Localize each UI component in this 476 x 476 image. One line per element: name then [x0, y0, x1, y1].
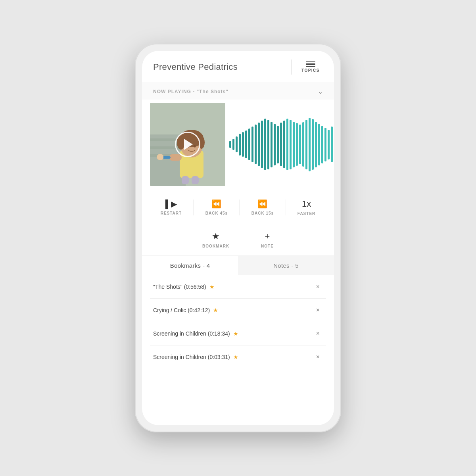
- play-button[interactable]: [175, 132, 200, 157]
- playback-controls: ▌▶ RESTART ⏪ BACK 45s ⏪ BACK 15s 1x FAST…: [142, 192, 334, 224]
- waveform-bar: [229, 141, 231, 148]
- waveform-bar: [283, 121, 285, 168]
- back15-button[interactable]: ⏪ BACK 15s: [248, 198, 277, 217]
- tab-bookmarks-label: Bookmarks - 4: [170, 262, 210, 269]
- back45-label: BACK 45s: [205, 211, 228, 215]
- restart-label: RESTART: [161, 211, 182, 215]
- waveform-bar: [324, 128, 326, 161]
- album-art: [150, 103, 225, 186]
- bookmark-title[interactable]: Screening in Children (0:03:31) ★: [153, 354, 238, 360]
- note-button[interactable]: + NOTE: [261, 231, 274, 248]
- waveform-bar: [286, 119, 288, 170]
- waveform-bar: [248, 129, 250, 160]
- waveform-bar: [261, 121, 263, 168]
- restart-button[interactable]: ▌▶ RESTART: [157, 198, 185, 217]
- note-label: NOTE: [261, 244, 274, 248]
- svg-rect-15: [157, 154, 163, 160]
- bookmark-button[interactable]: ★ BOOKMARK: [202, 231, 229, 248]
- bookmark-delete-button[interactable]: ×: [313, 352, 323, 362]
- waveform-bar: [280, 123, 282, 166]
- restart-icon: ▌▶: [165, 199, 177, 209]
- bookmark-star: ★: [209, 284, 215, 290]
- topics-button[interactable]: TOPICS: [298, 60, 323, 75]
- content-tabs: Bookmarks - 4 Notes - 5: [142, 256, 334, 275]
- waveform-bar: [274, 124, 276, 165]
- waveform-bar: [331, 127, 333, 162]
- now-playing-bar: NOW PLAYING - "The Shots" ⌄: [142, 82, 334, 100]
- note-plus-icon: +: [265, 231, 270, 242]
- bookmark-delete-button[interactable]: ×: [313, 282, 323, 292]
- bookmark-star: ★: [213, 307, 218, 313]
- waveform-bar: [232, 139, 234, 150]
- bookmark-title[interactable]: Screening in Children (0:18:34) ★: [153, 330, 238, 337]
- speed-button[interactable]: 1x FASTER: [294, 197, 319, 217]
- divider-3: [286, 200, 286, 215]
- waveform-bar: [236, 136, 238, 152]
- now-playing-text: NOW PLAYING - "The Shots": [153, 89, 228, 94]
- speed-value: 1x: [302, 199, 311, 209]
- waveform-bar: [239, 134, 241, 155]
- waveform-bar: [251, 127, 253, 162]
- waveform-bar: [245, 131, 247, 158]
- waveform-bar: [296, 123, 298, 166]
- waveform-bar: [321, 126, 323, 163]
- waveform-bar: [309, 118, 311, 171]
- waveform-bar: [299, 125, 301, 164]
- waveform-bar: [242, 132, 244, 157]
- waveform-bar: [264, 119, 266, 170]
- app-header: Preventive Pediatrics TOPICS: [142, 51, 334, 82]
- bookmark-item: Screening in Children (0:03:31) ★×: [150, 345, 326, 369]
- app-title: Preventive Pediatrics: [153, 62, 238, 72]
- bookmark-label: BOOKMARK: [202, 244, 229, 248]
- player-area: [142, 100, 334, 192]
- back45-button[interactable]: ⏪ BACK 45s: [202, 198, 231, 217]
- waveform-bar: [293, 122, 295, 167]
- back15-label: BACK 15s: [251, 211, 274, 215]
- audio-waveform: [225, 103, 334, 186]
- bookmark-title[interactable]: Crying / Colic (0:42:12) ★: [153, 307, 218, 313]
- topics-label: TOPICS: [301, 68, 320, 73]
- bookmark-delete-button[interactable]: ×: [313, 305, 323, 315]
- waveform-bar: [277, 126, 279, 163]
- bookmark-item: Screening in Children (0:18:34) ★×: [150, 322, 326, 345]
- header-right: TOPICS: [285, 60, 323, 75]
- chevron-down-icon[interactable]: ⌄: [318, 88, 323, 95]
- back15-icon: ⏪: [257, 199, 267, 209]
- back45-icon: ⏪: [211, 199, 221, 209]
- waveform-bar: [312, 119, 314, 170]
- waveform-bar: [328, 130, 330, 159]
- play-icon: [184, 139, 193, 150]
- tab-notes[interactable]: Notes - 5: [238, 256, 334, 275]
- waveform-bar: [290, 120, 292, 169]
- hamburger-icon: [306, 61, 315, 67]
- bookmark-item: "The Shots" (0:56:58) ★×: [150, 275, 326, 299]
- phone-frame: Preventive Pediatrics TOPICS NOW PLAYING…: [135, 44, 341, 432]
- waveform-bar: [258, 123, 260, 166]
- phone-screen: Preventive Pediatrics TOPICS NOW PLAYING…: [142, 51, 334, 425]
- bookmark-delete-button[interactable]: ×: [313, 328, 323, 339]
- header-divider: [292, 60, 292, 75]
- svg-rect-17: [192, 176, 199, 184]
- waveform-bar: [255, 125, 257, 164]
- waveform-bar: [318, 124, 320, 165]
- bookmark-star: ★: [233, 330, 238, 337]
- bookmark-star-icon: ★: [212, 231, 220, 242]
- waveform-bar: [315, 122, 317, 167]
- bookmark-item: Crying / Colic (0:42:12) ★×: [150, 299, 326, 322]
- divider-2: [239, 200, 240, 215]
- speed-label: FASTER: [298, 211, 315, 216]
- bookmark-title[interactable]: "The Shots" (0:56:58) ★: [153, 284, 215, 290]
- action-buttons: ★ BOOKMARK + NOTE: [142, 224, 334, 256]
- tab-notes-label: Notes - 5: [273, 262, 299, 269]
- waveform-bar: [302, 122, 304, 167]
- waveform-bar: [267, 120, 269, 169]
- waveform-bar: [271, 122, 273, 167]
- bookmark-star: ★: [233, 354, 238, 360]
- divider-1: [193, 200, 194, 215]
- bookmark-list: "The Shots" (0:56:58) ★×Crying / Colic (…: [142, 275, 334, 369]
- svg-rect-16: [182, 176, 189, 184]
- waveform-bar: [305, 120, 307, 169]
- svg-rect-12: [169, 154, 182, 161]
- tab-bookmarks[interactable]: Bookmarks - 4: [142, 256, 238, 275]
